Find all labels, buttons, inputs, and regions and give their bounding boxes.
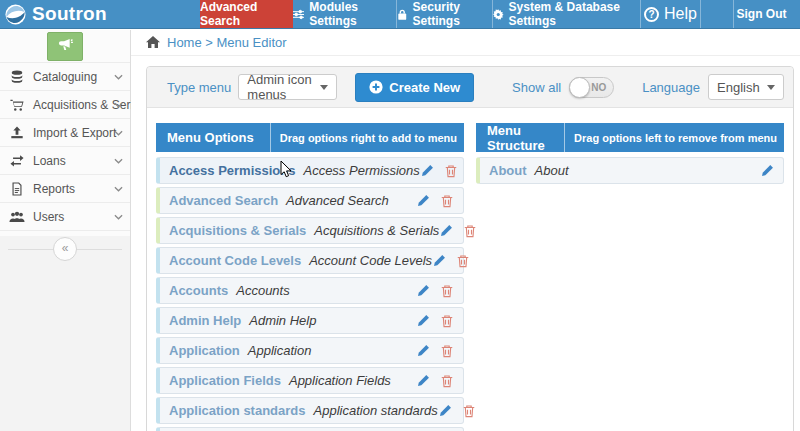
select-caret-icon: [767, 85, 775, 90]
menu-structure-title: Menu Structure: [476, 123, 564, 152]
nav-sign-out[interactable]: Sign Out: [733, 0, 789, 28]
menu-options-title: Menu Options: [156, 123, 270, 152]
nav-advanced-search[interactable]: Advanced Search: [200, 0, 293, 28]
chevron-down-icon: [114, 158, 123, 164]
chevron-down-icon: [114, 102, 123, 108]
option-name: Application: [169, 343, 240, 358]
nav-label: Help: [664, 5, 697, 23]
sidebar-item-loans[interactable]: Loans: [0, 147, 130, 175]
lock-icon: [397, 8, 408, 21]
toggle-value: NO: [591, 82, 606, 93]
nav-label: Security Settings: [413, 0, 492, 28]
editor-columns: Menu Options Drag options right to add t…: [147, 108, 793, 431]
left-sidebar: Cataloguing Acquisitions & Serials Impor…: [0, 30, 131, 431]
menu-structure-row[interactable]: About About: [476, 157, 784, 184]
delete-trash-icon[interactable]: [440, 314, 454, 328]
edit-pencil-icon[interactable]: [416, 194, 430, 208]
menu-option-row[interactable]: Access Permissions Access Permissions: [156, 157, 464, 184]
option-name: Access Permissions: [169, 163, 295, 178]
sidebar-item-users[interactable]: Users: [0, 203, 130, 231]
sidebar-item-reports[interactable]: Reports: [0, 175, 130, 203]
option-name: Acquisitions & Serials: [169, 223, 306, 238]
option-name: About: [489, 163, 527, 178]
brand-logo[interactable]: Soutron: [0, 0, 200, 28]
menu-option-row[interactable]: Acquisitions & Serials Acquisitions & Se…: [156, 217, 464, 244]
create-new-label: Create New: [389, 80, 460, 95]
nav-modules-settings[interactable]: Modules Settings: [293, 0, 396, 28]
menu-option-row[interactable]: Account Code Levels Account Code Levels: [156, 247, 464, 274]
delete-trash-icon[interactable]: [440, 284, 454, 298]
upload-icon: [9, 126, 25, 140]
edit-pencil-icon[interactable]: [438, 404, 452, 418]
menu-options-list: Access Permissions Access Permissions Ad…: [156, 157, 464, 431]
option-display-name: Advanced Search: [286, 193, 389, 208]
sidebar-item-import-export[interactable]: Import & Export: [0, 119, 130, 147]
option-display-name: Application standards: [314, 403, 438, 418]
delete-trash-icon[interactable]: [440, 344, 454, 358]
nav-help[interactable]: ? Help: [640, 0, 701, 28]
option-display-name: Accounts: [236, 283, 289, 298]
edit-pencil-icon[interactable]: [439, 224, 453, 238]
editor-toolbar: Type menu Admin icon menus Create New Sh…: [147, 67, 793, 108]
edit-pencil-icon[interactable]: [432, 254, 446, 268]
show-all-toggle[interactable]: NO: [569, 77, 614, 98]
sidebar-item-label: Users: [33, 210, 114, 224]
edit-pencil-icon[interactable]: [420, 164, 434, 178]
nav-security-settings[interactable]: Security Settings: [396, 0, 492, 28]
edit-pencil-icon[interactable]: [416, 374, 430, 388]
menu-option-row[interactable]: Application Application: [156, 337, 464, 364]
delete-trash-icon[interactable]: [444, 164, 458, 178]
edit-pencil-icon[interactable]: [416, 314, 430, 328]
announce-row: [0, 30, 130, 63]
type-menu-value: Admin icon menus: [247, 72, 320, 102]
option-display-name: Account Code Levels: [309, 253, 432, 268]
gear-icon: [493, 8, 504, 21]
menu-structure-list: About About: [476, 157, 784, 184]
menu-option-row-partial[interactable]: [156, 427, 464, 431]
edit-pencil-icon[interactable]: [416, 284, 430, 298]
report-icon: [9, 182, 25, 196]
sidebar-item-label: Acquisitions & Serials: [33, 98, 114, 112]
announcement-button[interactable]: [47, 32, 83, 61]
delete-trash-icon[interactable]: [462, 404, 476, 418]
edit-pencil-icon[interactable]: [416, 344, 430, 358]
menu-structure-column: Menu Structure Drag options left to remo…: [476, 123, 784, 431]
nav-system-database-settings[interactable]: System & Database Settings: [492, 0, 640, 28]
sidebar-item-cataloguing[interactable]: Cataloguing: [0, 63, 130, 91]
question-circle-icon: ?: [644, 7, 659, 22]
database-icon: [9, 70, 25, 84]
main-content: Home > Menu Editor Type menu Admin icon …: [131, 29, 800, 431]
sidebar-collapse-button[interactable]: «: [53, 237, 77, 261]
top-navigation-bar: Soutron Advanced Search Modules Settings…: [0, 0, 800, 29]
sidebar-item-label: Import & Export: [33, 126, 114, 140]
menu-option-row[interactable]: Application Fields Application Fields: [156, 367, 464, 394]
delete-trash-icon[interactable]: [440, 374, 454, 388]
sidebar-item-label: Reports: [33, 182, 114, 196]
edit-pencil-icon[interactable]: [760, 164, 774, 178]
delete-trash-icon[interactable]: [456, 254, 470, 268]
menu-option-row[interactable]: Accounts Accounts: [156, 277, 464, 304]
plus-circle-icon: [369, 80, 383, 94]
menu-options-column: Menu Options Drag options right to add t…: [156, 123, 464, 431]
option-display-name: Application: [248, 343, 312, 358]
nav-label: System & Database Settings: [509, 0, 640, 28]
menu-option-row[interactable]: Admin Help Admin Help: [156, 307, 464, 334]
toggle-knob: [569, 77, 590, 98]
language-value: English: [717, 80, 760, 95]
type-menu-label: Type menu: [167, 80, 231, 95]
menu-option-row[interactable]: Advanced Search Advanced Search: [156, 187, 464, 214]
menu-structure-hint: Drag options left to remove from menu: [564, 123, 784, 152]
menu-option-row[interactable]: Application standards Application standa…: [156, 397, 464, 424]
type-menu-select[interactable]: Admin icon menus: [238, 74, 337, 100]
breadcrumb[interactable]: Home > Menu Editor: [131, 29, 800, 56]
create-new-button[interactable]: Create New: [355, 73, 474, 102]
sidebar-item-label: Cataloguing: [33, 70, 114, 84]
sidebar-item-acquisitions-serials[interactable]: Acquisitions & Serials: [0, 91, 130, 119]
option-name: Application standards: [169, 403, 306, 418]
delete-trash-icon[interactable]: [440, 194, 454, 208]
language-label: Language: [642, 80, 700, 95]
option-name: Application Fields: [169, 373, 281, 388]
language-select[interactable]: English: [708, 74, 784, 100]
chevron-down-icon: [114, 74, 123, 80]
top-nav: Advanced Search Modules Settings Securit…: [200, 0, 800, 28]
